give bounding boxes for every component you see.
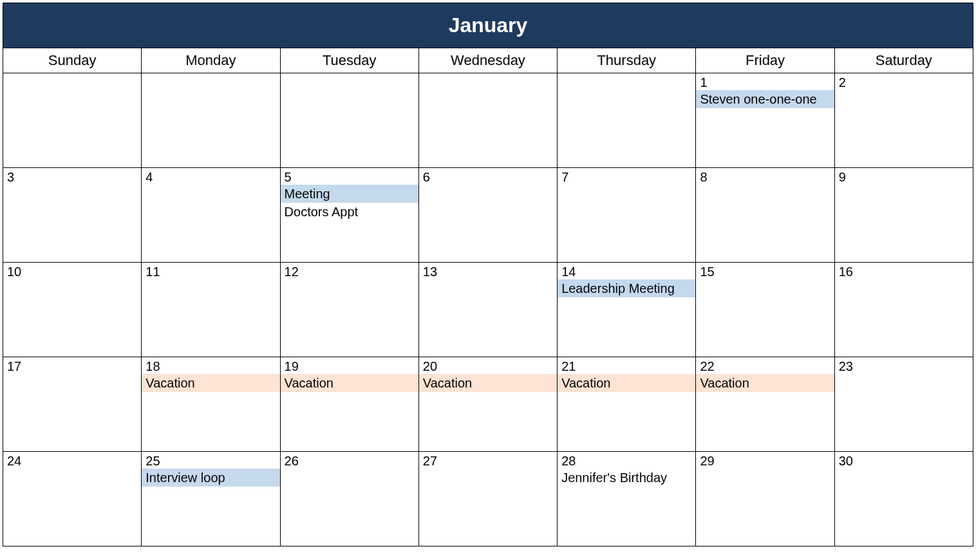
day-cell[interactable]: 28Jennifer's Birthday (558, 452, 696, 546)
day-cell[interactable]: 8 (696, 168, 834, 263)
day-number: 25 (142, 452, 279, 469)
day-header-wednesday: Wednesday (418, 48, 557, 73)
day-header-friday: Friday (696, 48, 834, 73)
day-header-row: Sunday Monday Tuesday Wednesday Thursday… (3, 48, 973, 73)
calendar-week-row: 1Steven one-one-one2 (3, 73, 973, 168)
day-number: 10 (3, 263, 141, 279)
calendar-week-row: 1718Vacation19Vacation20Vacation21Vacati… (3, 357, 973, 452)
day-cell[interactable]: 4 (142, 168, 280, 263)
day-header-saturday: Saturday (834, 48, 973, 73)
day-number: 9 (835, 168, 973, 185)
day-cell[interactable]: 27 (418, 452, 557, 546)
day-header-thursday: Thursday (558, 48, 696, 73)
calendar-event[interactable]: Steven one-one-one (696, 90, 834, 108)
day-number: 11 (142, 263, 279, 279)
day-number: 3 (3, 168, 141, 185)
day-number: 23 (835, 357, 973, 374)
day-cell[interactable]: 23 (834, 357, 973, 452)
calendar-event[interactable]: Doctors Appt (281, 203, 418, 221)
day-header-monday: Monday (142, 48, 280, 73)
calendar-body: 1Steven one-one-one2345MeetingDoctors Ap… (3, 73, 973, 546)
day-cell[interactable]: 29 (696, 452, 834, 546)
day-number: 2 (835, 73, 973, 90)
calendar-event[interactable]: Leadership Meeting (558, 279, 695, 297)
day-number: 13 (419, 263, 557, 279)
calendar-event[interactable]: Vacation (696, 374, 834, 392)
day-cell[interactable]: 30 (834, 452, 973, 546)
day-cell[interactable]: 10 (3, 263, 142, 357)
day-number: 16 (835, 263, 973, 279)
month-title: January (3, 3, 973, 48)
day-cell[interactable]: 9 (834, 168, 973, 263)
day-cell[interactable] (3, 73, 142, 168)
day-cell[interactable] (280, 73, 418, 168)
day-number: 22 (696, 357, 834, 374)
day-cell[interactable]: 2 (834, 73, 973, 168)
calendar-event[interactable]: Vacation (281, 374, 418, 392)
day-number: 27 (419, 452, 557, 469)
day-number: 26 (281, 452, 418, 469)
day-cell[interactable]: 3 (3, 168, 142, 263)
day-header-sunday: Sunday (3, 48, 142, 73)
day-cell[interactable]: 17 (3, 357, 142, 452)
calendar-event[interactable]: Vacation (558, 374, 695, 392)
day-cell[interactable]: 22Vacation (696, 357, 834, 452)
day-number: 6 (419, 168, 557, 185)
day-cell[interactable]: 19Vacation (280, 357, 418, 452)
day-cell[interactable] (418, 73, 557, 168)
day-number: 5 (281, 168, 418, 185)
calendar-event[interactable]: Jennifer's Birthday (558, 469, 695, 487)
day-number: 1 (696, 73, 834, 90)
day-header-tuesday: Tuesday (280, 48, 418, 73)
day-cell[interactable]: 24 (3, 452, 142, 546)
day-number: 14 (558, 263, 695, 279)
day-number: 30 (835, 452, 973, 469)
day-cell[interactable]: 1Steven one-one-one (696, 73, 834, 168)
calendar-table: January Sunday Monday Tuesday Wednesday … (3, 3, 973, 546)
day-number: 20 (419, 357, 557, 374)
calendar-event[interactable]: Meeting (281, 185, 418, 203)
day-number: 18 (142, 357, 279, 374)
calendar-event[interactable]: Interview loop (142, 469, 279, 487)
calendar-week-row: 2425Interview loop262728Jennifer's Birth… (3, 452, 973, 546)
day-cell[interactable]: 13 (418, 263, 557, 357)
calendar-event[interactable]: Vacation (419, 374, 557, 392)
day-cell[interactable]: 21Vacation (558, 357, 696, 452)
day-cell[interactable]: 15 (696, 263, 834, 357)
day-number: 29 (696, 452, 834, 469)
day-cell[interactable]: 12 (280, 263, 418, 357)
day-number: 8 (696, 168, 834, 185)
day-number: 17 (3, 357, 141, 374)
day-cell[interactable]: 6 (418, 168, 557, 263)
day-cell[interactable]: 11 (142, 263, 280, 357)
calendar-week-row: 345MeetingDoctors Appt6789 (3, 168, 973, 263)
day-cell[interactable]: 26 (280, 452, 418, 546)
day-cell[interactable] (142, 73, 280, 168)
calendar-week-row: 1011121314Leadership Meeting1516 (3, 263, 973, 357)
day-number: 28 (558, 452, 695, 469)
day-number: 24 (3, 452, 141, 469)
day-number: 12 (281, 263, 418, 279)
day-cell[interactable]: 7 (558, 168, 696, 263)
day-cell[interactable] (558, 73, 696, 168)
day-number: 7 (558, 168, 695, 185)
calendar-event[interactable]: Vacation (142, 374, 279, 392)
day-cell[interactable]: 16 (834, 263, 973, 357)
day-cell[interactable]: 5MeetingDoctors Appt (280, 168, 418, 263)
day-cell[interactable]: 20Vacation (418, 357, 557, 452)
day-cell[interactable]: 25Interview loop (142, 452, 280, 546)
day-cell[interactable]: 14Leadership Meeting (558, 263, 696, 357)
day-cell[interactable]: 18Vacation (142, 357, 280, 452)
day-number: 19 (281, 357, 418, 374)
day-number: 21 (558, 357, 695, 374)
day-number: 15 (696, 263, 834, 279)
day-number: 4 (142, 168, 279, 185)
